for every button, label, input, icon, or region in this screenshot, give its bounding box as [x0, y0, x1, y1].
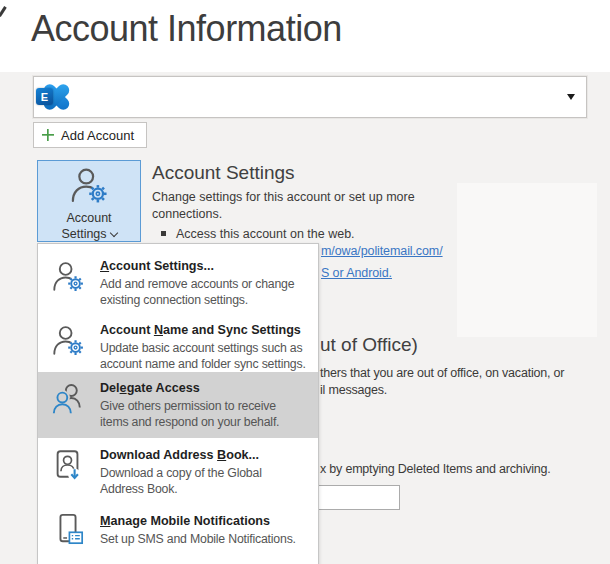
tile-label-line1: Account	[66, 210, 111, 226]
exchange-logo-icon: E	[37, 78, 75, 116]
person-gear-icon	[51, 260, 85, 298]
chevron-down-icon	[109, 229, 117, 237]
menu-item-description: Add and remove accounts or changeexistin…	[100, 277, 313, 308]
add-account-label: Add Account	[61, 128, 134, 143]
address-book-download-icon	[51, 448, 85, 486]
page-title: Account Information	[31, 8, 342, 50]
menu-item-description: Update basic account settings such asacc…	[100, 341, 313, 372]
exchange-letter: E	[36, 88, 53, 105]
menu-item-title: Download Address Book...	[100, 448, 313, 463]
add-account-button[interactable]: Add Account	[33, 122, 147, 148]
menu-item-title: Account Name and Sync Settings	[100, 323, 313, 338]
menu-item-download-address-book[interactable]: Download Address Book... Download a copy…	[38, 443, 318, 505]
mailbox-size-gauge	[318, 485, 400, 510]
menu-item-title: Delegate Access	[100, 381, 313, 396]
menu-item-description: Give others permission to receiveitems a…	[100, 399, 313, 430]
access-web-bullet: Access this account on the web.	[161, 227, 355, 241]
owa-link[interactable]: m/owa/politemail.com/	[321, 244, 443, 258]
automatic-replies-heading-fragment: ut of Office)	[320, 334, 418, 356]
background-panel	[457, 183, 597, 337]
bullet-icon	[161, 231, 166, 236]
menu-item-account-settings[interactable]: Account Settings... Add and remove accou…	[38, 254, 318, 312]
menu-item-delegate-access[interactable]: Delegate Access Give others permission t…	[38, 372, 318, 438]
account-selector[interactable]: E	[33, 76, 587, 118]
mobile-notifications-icon	[51, 512, 85, 550]
menu-item-description: Set up SMS and Mobile Notifications.	[100, 532, 313, 548]
automatic-replies-text-fragment-1: thers that you are out of office, on vac…	[320, 366, 564, 380]
tile-label-line2: Settings	[61, 227, 106, 241]
account-settings-description: Change settings for this account or set …	[152, 189, 415, 223]
account-settings-heading: Account Settings	[152, 162, 295, 184]
mobile-app-link[interactable]: S or Android.	[321, 266, 392, 280]
automatic-replies-text-fragment-2: il messages.	[320, 383, 387, 397]
menu-item-title: Manage Mobile Notifications	[100, 514, 313, 529]
dropdown-caret-icon[interactable]	[567, 94, 575, 100]
plus-icon	[42, 129, 54, 141]
account-settings-tile-button[interactable]: Account Settings	[37, 160, 141, 242]
delegate-people-icon	[51, 382, 85, 420]
menu-item-account-name-sync[interactable]: Account Name and Sync Settings Update ba…	[38, 318, 318, 376]
person-gear-icon	[51, 324, 85, 362]
menu-item-description: Download a copy of the GlobalAddress Boo…	[100, 466, 313, 497]
menu-item-manage-mobile-notifications[interactable]: Manage Mobile Notifications Set up SMS a…	[38, 509, 318, 563]
mailbox-cleanup-text-fragment: x by emptying Deleted Items and archivin…	[320, 462, 551, 476]
account-information-page: Account Information E Add Account Accoun…	[0, 0, 610, 564]
account-settings-menu: Account Settings... Add and remove accou…	[37, 243, 319, 564]
menu-item-title: Account Settings...	[100, 259, 313, 274]
person-gear-icon	[69, 161, 109, 210]
